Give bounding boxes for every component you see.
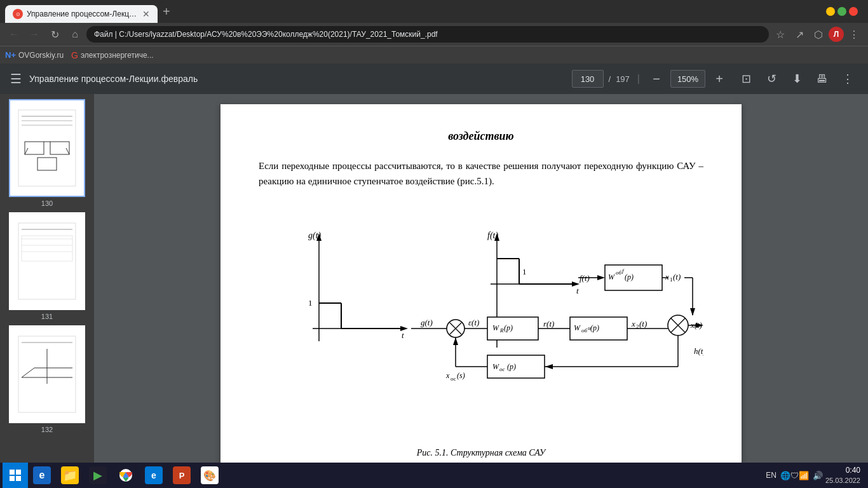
svg-text:x: x	[445, 371, 450, 380]
svg-text:(t): (t)	[673, 272, 681, 281]
share-icon[interactable]: ↗	[790, 25, 808, 43]
tab-favicon: ⊙	[13, 9, 23, 19]
svg-rect-100	[10, 476, 15, 481]
bookmark-ovgorskiy[interactable]: N+ OVGorskiy.ru	[5, 50, 64, 60]
taskbar-paint[interactable]: 🎨	[196, 463, 224, 488]
taskbar-date: 25.03.2022	[825, 476, 860, 485]
volume-icon: 🔊	[813, 471, 823, 480]
taskbar-time-area: 0:40 25.03.2022	[825, 465, 860, 485]
svg-rect-0	[18, 110, 76, 186]
taskbar-time: 0:40	[825, 465, 860, 476]
svg-text:(p): (p)	[590, 323, 599, 332]
pdf-page: воздействию Если переходные процессы рас…	[220, 104, 742, 485]
thumb-num-130: 130	[3, 200, 92, 207]
minimize-button[interactable]	[826, 7, 835, 16]
network-icons: 🌐🛡📶	[780, 471, 809, 480]
pdf-page-total: /	[609, 74, 611, 84]
taskbar-media[interactable]: ▶	[84, 463, 112, 488]
pdf-main-area[interactable]: воздействию Если переходные процессы рас…	[94, 94, 868, 488]
page-paragraph: Если переходные процессы рассчитываются,…	[259, 158, 703, 189]
taskbar-right: EN 🌐🛡📶 🔊 0:40 25.03.2022	[766, 465, 865, 485]
thumb-num-131: 131	[3, 313, 92, 320]
maximize-button[interactable]	[837, 7, 846, 16]
svg-rect-101	[16, 476, 21, 481]
svg-text:1: 1	[308, 298, 313, 308]
taskbar: e 📁 ▶ e P	[0, 463, 868, 488]
forward-button[interactable]: →	[25, 25, 43, 43]
zoom-input[interactable]	[670, 70, 705, 88]
thumb-num-132: 132	[3, 426, 92, 433]
svg-text:об: об	[581, 327, 587, 334]
extensions-icon[interactable]: ⬡	[810, 25, 827, 43]
thumb-132[interactable]: 132	[3, 325, 92, 433]
svg-text:(p): (p)	[504, 323, 513, 332]
diagram-area: g(t) t 1	[259, 201, 703, 443]
svg-marker-96	[545, 364, 553, 369]
close-tab-button[interactable]: ✕	[142, 9, 150, 19]
svg-rect-99	[16, 470, 21, 475]
pdf-menu-icon[interactable]: ☰	[10, 71, 22, 86]
lang-indicator: EN	[766, 471, 776, 480]
menu-button[interactable]: ⋮	[845, 25, 863, 43]
download-button[interactable]: ⬇	[787, 69, 807, 89]
pdf-total-pages: 197	[616, 74, 630, 84]
tab-title: Управление процессом-Лекци...	[27, 10, 139, 18]
svg-text:W: W	[492, 362, 499, 371]
system-icons: EN 🌐🛡📶 🔊	[766, 471, 823, 480]
bookmark-electro[interactable]: G электрознергетиче...	[71, 50, 154, 60]
home-button[interactable]: ⌂	[66, 25, 84, 43]
pdf-sidebar: 130 131	[0, 94, 94, 488]
svg-text:t: t	[402, 330, 404, 340]
svg-text:R: R	[499, 327, 504, 334]
svg-marker-90	[453, 337, 458, 345]
fit-page-button[interactable]: ⊡	[736, 69, 756, 89]
svg-text:(p): (p)	[507, 362, 516, 371]
taskbar-chrome[interactable]	[112, 463, 140, 488]
taskbar-explorer[interactable]: 📁	[56, 463, 84, 488]
pdf-page-input[interactable]	[572, 70, 604, 88]
address-bar[interactable]	[86, 26, 769, 43]
back-button[interactable]: ←	[5, 25, 23, 43]
more-options-button[interactable]: ⋮	[837, 69, 858, 89]
svg-text:t: t	[576, 286, 579, 295]
svg-text:1: 1	[670, 276, 673, 283]
svg-text:W: W	[574, 323, 581, 332]
svg-text:(p): (p)	[625, 273, 634, 281]
svg-text:(s): (s)	[457, 371, 465, 380]
svg-text:ос: ос	[451, 376, 456, 382]
thumb-131[interactable]: 131	[3, 212, 92, 320]
thumb-130[interactable]: 130	[3, 99, 92, 207]
taskbar-ie[interactable]: e	[28, 463, 56, 488]
bookmark-label-2: электрознергетиче...	[81, 51, 154, 60]
refresh-button[interactable]: ↻	[46, 25, 64, 43]
svg-text:W: W	[492, 323, 499, 332]
taskbar-powerpoint[interactable]: P	[168, 463, 196, 488]
new-tab-button[interactable]: +	[158, 4, 175, 19]
browser-tab[interactable]: ⊙ Управление процессом-Лекци... ✕	[5, 5, 158, 23]
svg-text:x: x	[665, 272, 669, 281]
zoom-out-button[interactable]: −	[648, 70, 665, 88]
close-button[interactable]	[849, 7, 858, 16]
svg-marker-42	[597, 275, 605, 280]
rotate-button[interactable]: ↺	[761, 69, 782, 89]
svg-text:r(t): r(t)	[543, 319, 554, 329]
zoom-in-button[interactable]: +	[710, 70, 728, 88]
svg-text:W: W	[608, 273, 615, 281]
profile-button[interactable]: Л	[829, 27, 844, 42]
svg-text:ε(t): ε(t)	[468, 318, 479, 327]
svg-text:g(t): g(t)	[421, 318, 433, 327]
print-button[interactable]: 🖶	[812, 69, 832, 89]
taskbar-edge[interactable]: e	[140, 463, 168, 488]
svg-text:x: x	[631, 319, 635, 329]
bookmark-label-1: OVGorskiy.ru	[18, 51, 64, 60]
svg-marker-60	[690, 308, 695, 316]
svg-text:(t): (t)	[639, 319, 647, 329]
svg-rect-98	[10, 470, 15, 475]
svg-text:об: об	[616, 269, 621, 276]
bookmark-star-icon[interactable]: ☆	[771, 25, 789, 43]
pdf-nav: / 197 | − +	[572, 70, 728, 88]
svg-text:h(t): h(t)	[694, 346, 703, 356]
start-button[interactable]	[3, 463, 28, 488]
svg-text:1: 1	[522, 267, 527, 276]
svg-text:ос: ос	[499, 366, 505, 372]
